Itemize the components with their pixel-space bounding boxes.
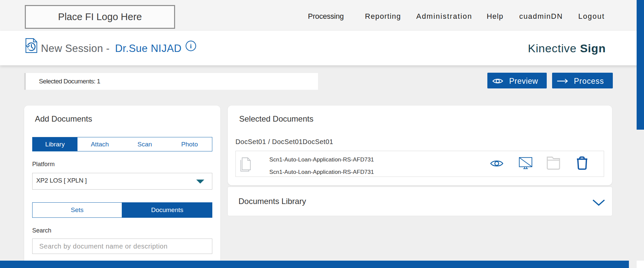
svg-text:i: i (190, 43, 192, 50)
